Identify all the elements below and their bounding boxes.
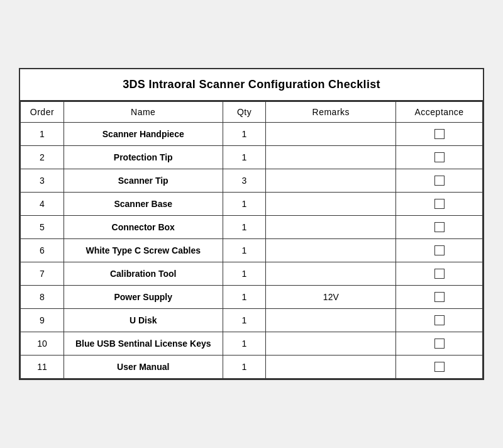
cell-name: Protection Tip [64,146,223,169]
cell-acceptance[interactable] [396,286,483,309]
cell-remarks [266,309,396,332]
cell-qty: 1 [223,332,266,356]
cell-order: 10 [21,332,64,356]
cell-acceptance[interactable] [396,193,483,216]
cell-name: Scanner Tip [64,169,223,193]
table-row: 4Scanner Base1 [21,193,483,216]
table-row: 2Protection Tip1 [21,146,483,169]
acceptance-checkbox[interactable] [434,362,445,372]
cell-remarks [266,193,396,216]
cell-order: 8 [21,286,64,309]
cell-order: 7 [21,262,64,286]
cell-acceptance[interactable] [396,216,483,239]
header-qty: Qty [223,102,266,123]
cell-name: Scanner Handpiece [64,123,223,146]
cell-name: Connector Box [64,216,223,239]
cell-qty: 1 [223,309,266,332]
header-remarks: Remarks [266,102,396,123]
table-row: 3Scanner Tip3 [21,169,483,193]
cell-qty: 1 [223,356,266,379]
acceptance-checkbox[interactable] [434,269,445,279]
cell-order: 9 [21,309,64,332]
table-row: 11User Manual1 [21,356,483,379]
header-acceptance: Acceptance [396,102,483,123]
cell-name: U Disk [64,309,223,332]
table-header-row: Order Name Qty Remarks Acceptance [21,102,483,123]
cell-acceptance[interactable] [396,309,483,332]
table-row: 10Blue USB Sentinal License Keys1 [21,332,483,356]
cell-acceptance[interactable] [396,356,483,379]
cell-qty: 1 [223,123,266,146]
cell-remarks [266,169,396,193]
cell-name: Calibration Tool [64,262,223,286]
cell-qty: 3 [223,169,266,193]
cell-remarks [266,146,396,169]
acceptance-checkbox[interactable] [434,339,445,349]
cell-acceptance[interactable] [396,262,483,286]
acceptance-checkbox[interactable] [434,152,445,162]
acceptance-checkbox[interactable] [434,129,445,139]
cell-order: 3 [21,169,64,193]
header-order: Order [21,102,64,123]
cell-remarks: 12V [266,286,396,309]
acceptance-checkbox[interactable] [434,199,445,209]
cell-acceptance[interactable] [396,169,483,193]
cell-qty: 1 [223,286,266,309]
cell-qty: 1 [223,239,266,262]
cell-remarks [266,356,396,379]
checklist-table: Order Name Qty Remarks Acceptance 1Scann… [20,101,483,379]
cell-remarks [266,123,396,146]
acceptance-checkbox[interactable] [434,176,445,186]
acceptance-checkbox[interactable] [434,222,445,232]
acceptance-checkbox[interactable] [434,292,445,302]
cell-acceptance[interactable] [396,123,483,146]
cell-remarks [266,332,396,356]
cell-qty: 1 [223,262,266,286]
checklist-title: 3DS Intraoral Scanner Configuration Chec… [20,69,483,101]
cell-order: 2 [21,146,64,169]
cell-name: User Manual [64,356,223,379]
cell-qty: 1 [223,216,266,239]
cell-name: White Type C Screw Cables [64,239,223,262]
cell-acceptance[interactable] [396,146,483,169]
checklist-container: 3DS Intraoral Scanner Configuration Chec… [19,68,484,380]
cell-remarks [266,239,396,262]
table-row: 7Calibration Tool1 [21,262,483,286]
table-row: 6White Type C Screw Cables1 [21,239,483,262]
table-row: 8Power Supply112V [21,286,483,309]
cell-order: 4 [21,193,64,216]
acceptance-checkbox[interactable] [434,315,445,325]
table-row: 1Scanner Handpiece1 [21,123,483,146]
cell-name: Power Supply [64,286,223,309]
cell-remarks [266,262,396,286]
cell-name: Scanner Base [64,193,223,216]
cell-order: 1 [21,123,64,146]
cell-acceptance[interactable] [396,332,483,356]
cell-order: 11 [21,356,64,379]
cell-name: Blue USB Sentinal License Keys [64,332,223,356]
cell-order: 5 [21,216,64,239]
acceptance-checkbox[interactable] [434,245,445,255]
cell-acceptance[interactable] [396,239,483,262]
table-row: 9U Disk1 [21,309,483,332]
table-row: 5Connector Box1 [21,216,483,239]
cell-order: 6 [21,239,64,262]
cell-qty: 1 [223,193,266,216]
header-name: Name [64,102,223,123]
cell-qty: 1 [223,146,266,169]
cell-remarks [266,216,396,239]
